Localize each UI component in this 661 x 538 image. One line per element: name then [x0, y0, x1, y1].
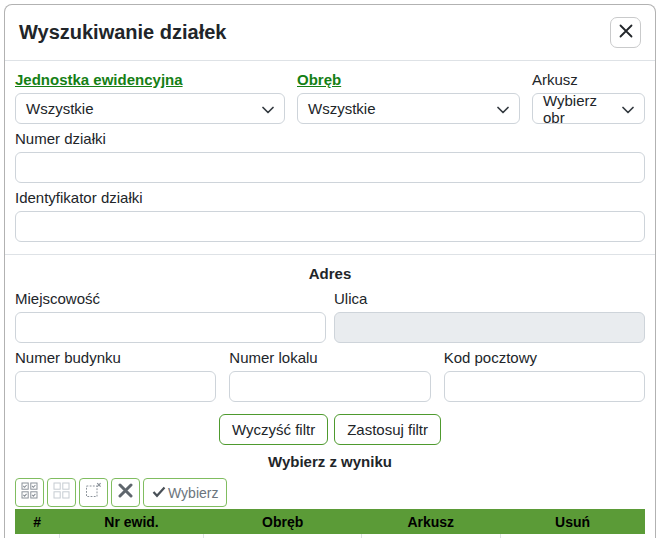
numer-lokalu-input[interactable]: [229, 371, 430, 402]
column-header-usun: Usuń: [500, 509, 645, 534]
close-icon: [619, 24, 633, 42]
parcel-search-dialog: Wyszukiwanie działek Jednostka ewidencyj…: [4, 4, 656, 538]
select-button-label: Wybierz: [168, 485, 218, 501]
miejscowosc-field: Miejscowość: [15, 290, 326, 343]
numer-budynku-label: Numer budynku: [15, 349, 216, 366]
results-table-header-row: # Nr ewid. Obręb Arkusz Usuń: [15, 509, 645, 534]
identyfikator-input[interactable]: [15, 211, 645, 242]
column-header-nr-ewid: Nr ewid.: [59, 509, 204, 534]
identyfikator-field: Identyfikator działki: [15, 189, 645, 242]
miejscowosc-label: Miejscowość: [15, 290, 326, 307]
section-divider: [5, 254, 655, 255]
numer-dzialki-field: Numer działki: [15, 130, 645, 183]
address-row-2: Numer budynku Numer lokalu Kod pocztowy: [15, 349, 645, 402]
clear-selection-button[interactable]: [111, 478, 140, 507]
deselect-grid-button[interactable]: [79, 478, 108, 507]
column-header-index: #: [15, 509, 59, 534]
close-button[interactable]: [610, 17, 641, 48]
dialog-header: Wyszukiwanie działek: [5, 5, 655, 61]
jednostka-label[interactable]: Jednostka ewidencyjna: [15, 71, 285, 88]
obreb-field: Obręb Wszystkie: [297, 71, 520, 124]
numer-budynku-input[interactable]: [15, 371, 216, 402]
chevron-down-icon: [616, 100, 634, 117]
column-header-obreb: Obręb: [204, 509, 362, 534]
numer-lokalu-label: Numer lokalu: [229, 349, 430, 366]
empty-table-row: [15, 534, 645, 538]
jednostka-field: Jednostka ewidencyjna Wszystkie: [15, 71, 285, 124]
column-header-arkusz: Arkusz: [361, 509, 500, 534]
chevron-down-icon: [491, 100, 509, 117]
numer-budynku-field: Numer budynku: [15, 349, 216, 402]
arkusz-field: Arkusz Wybierz obr: [532, 71, 645, 124]
jednostka-select-value: Wszystkie: [26, 100, 94, 117]
kod-pocztowy-input[interactable]: [444, 371, 645, 402]
chevron-down-icon: [256, 100, 274, 117]
results-table: # Nr ewid. Obręb Arkusz Usuń: [15, 509, 645, 538]
dialog-body: Jednostka ewidencyjna Wszystkie Obręb Ws…: [5, 61, 655, 538]
arkusz-label: Arkusz: [532, 71, 645, 88]
obreb-select-value: Wszystkie: [308, 100, 376, 117]
kod-pocztowy-field: Kod pocztowy: [444, 349, 645, 402]
grid-button[interactable]: [47, 478, 76, 507]
obreb-label[interactable]: Obręb: [297, 71, 520, 88]
filter-actions: Wyczyść filtr Zastosuj filtr: [15, 414, 645, 445]
deselect-grid-icon: [85, 482, 102, 503]
ulica-field: Ulica: [334, 290, 645, 343]
apply-filter-button[interactable]: Zastosuj filtr: [334, 414, 441, 445]
adres-heading: Adres: [15, 265, 645, 282]
results-toolbar: Wybierz: [15, 478, 645, 507]
select-all-button[interactable]: [15, 478, 44, 507]
x-icon: [118, 483, 133, 502]
select-from-result-button[interactable]: Wybierz: [143, 478, 227, 507]
numer-dzialki-input[interactable]: [15, 152, 645, 183]
results-heading: Wybierz z wyniku: [15, 453, 645, 470]
clear-filter-button[interactable]: Wyczyść filtr: [219, 414, 328, 445]
dialog-title: Wyszukiwanie działek: [19, 21, 227, 44]
obreb-select[interactable]: Wszystkie: [297, 93, 520, 124]
arkusz-select[interactable]: Wybierz obr: [532, 93, 645, 124]
miejscowosc-input[interactable]: [15, 312, 326, 343]
check-icon: [152, 484, 166, 502]
select-all-grid-icon: [21, 482, 38, 503]
address-row-1: Miejscowość Ulica: [15, 290, 645, 343]
kod-pocztowy-label: Kod pocztowy: [444, 349, 645, 366]
ulica-label: Ulica: [334, 290, 645, 307]
numer-lokalu-field: Numer lokalu: [229, 349, 430, 402]
empty-grid-icon: [53, 482, 70, 503]
numer-dzialki-label: Numer działki: [15, 130, 645, 147]
jednostka-select[interactable]: Wszystkie: [15, 93, 285, 124]
top-filter-row: Jednostka ewidencyjna Wszystkie Obręb Ws…: [15, 71, 645, 124]
identyfikator-label: Identyfikator działki: [15, 189, 645, 206]
arkusz-select-value: Wybierz obr: [543, 92, 616, 126]
ulica-input: [334, 312, 645, 343]
